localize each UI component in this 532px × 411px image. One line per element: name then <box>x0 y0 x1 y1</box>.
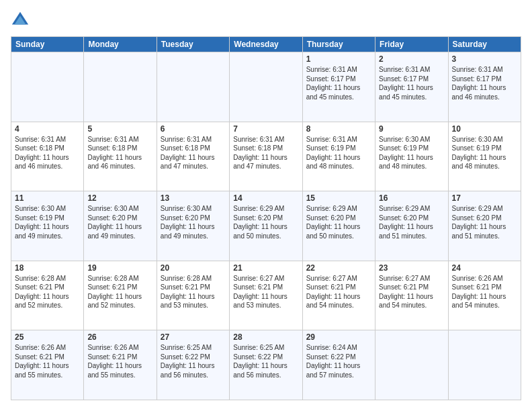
day-info: Sunrise: 6:27 AM Sunset: 6:21 PM Dayligh… <box>379 274 444 310</box>
calendar-cell <box>84 52 157 122</box>
day-info: Sunrise: 6:30 AM Sunset: 6:19 PM Dayligh… <box>15 204 80 240</box>
day-number: 12 <box>87 193 152 203</box>
weekday-header-wednesday: Wednesday <box>230 37 302 52</box>
calendar-cell: 25Sunrise: 6:26 AM Sunset: 6:21 PM Dayli… <box>11 330 84 400</box>
day-number: 6 <box>161 124 226 134</box>
calendar-cell <box>375 330 448 400</box>
week-row-4: 25Sunrise: 6:26 AM Sunset: 6:21 PM Dayli… <box>11 330 521 400</box>
day-info: Sunrise: 6:30 AM Sunset: 6:19 PM Dayligh… <box>379 135 444 171</box>
day-info: Sunrise: 6:29 AM Sunset: 6:20 PM Dayligh… <box>452 204 517 240</box>
calendar-cell: 15Sunrise: 6:29 AM Sunset: 6:20 PM Dayli… <box>302 191 375 261</box>
calendar-cell: 9Sunrise: 6:30 AM Sunset: 6:19 PM Daylig… <box>375 122 448 191</box>
calendar-cell <box>157 52 229 122</box>
day-number: 29 <box>306 332 371 342</box>
day-number: 17 <box>452 193 517 203</box>
calendar-cell: 3Sunrise: 6:31 AM Sunset: 6:17 PM Daylig… <box>448 52 521 122</box>
calendar-cell: 20Sunrise: 6:28 AM Sunset: 6:21 PM Dayli… <box>157 261 229 330</box>
weekday-header-sunday: Sunday <box>11 37 84 52</box>
day-number: 1 <box>306 54 371 64</box>
calendar-cell: 24Sunrise: 6:26 AM Sunset: 6:21 PM Dayli… <box>448 261 521 330</box>
calendar-cell: 18Sunrise: 6:28 AM Sunset: 6:21 PM Dayli… <box>11 261 84 330</box>
weekday-header-tuesday: Tuesday <box>157 37 229 52</box>
day-number: 9 <box>379 124 444 134</box>
weekday-header-row: SundayMondayTuesdayWednesdayThursdayFrid… <box>11 37 521 52</box>
calendar-cell: 17Sunrise: 6:29 AM Sunset: 6:20 PM Dayli… <box>448 191 521 261</box>
day-info: Sunrise: 6:31 AM Sunset: 6:17 PM Dayligh… <box>452 65 517 101</box>
day-number: 22 <box>306 263 371 273</box>
calendar-cell: 27Sunrise: 6:25 AM Sunset: 6:22 PM Dayli… <box>157 330 229 400</box>
day-number: 15 <box>306 193 371 203</box>
calendar-cell: 21Sunrise: 6:27 AM Sunset: 6:21 PM Dayli… <box>230 261 302 330</box>
day-number: 27 <box>161 332 226 342</box>
day-number: 4 <box>15 124 80 134</box>
calendar-cell: 7Sunrise: 6:31 AM Sunset: 6:18 PM Daylig… <box>230 122 302 191</box>
day-info: Sunrise: 6:28 AM Sunset: 6:21 PM Dayligh… <box>15 274 80 310</box>
day-number: 13 <box>161 193 226 203</box>
day-info: Sunrise: 6:29 AM Sunset: 6:20 PM Dayligh… <box>233 204 298 240</box>
day-info: Sunrise: 6:29 AM Sunset: 6:20 PM Dayligh… <box>306 204 371 240</box>
calendar-cell: 23Sunrise: 6:27 AM Sunset: 6:21 PM Dayli… <box>375 261 448 330</box>
day-info: Sunrise: 6:31 AM Sunset: 6:18 PM Dayligh… <box>87 135 152 171</box>
day-number: 23 <box>379 263 444 273</box>
calendar-cell: 10Sunrise: 6:30 AM Sunset: 6:19 PM Dayli… <box>448 122 521 191</box>
day-number: 7 <box>233 124 298 134</box>
logo <box>11 11 32 30</box>
day-number: 14 <box>233 193 298 203</box>
day-number: 10 <box>452 124 517 134</box>
calendar-cell: 11Sunrise: 6:30 AM Sunset: 6:19 PM Dayli… <box>11 191 84 261</box>
day-info: Sunrise: 6:28 AM Sunset: 6:21 PM Dayligh… <box>161 274 226 310</box>
day-number: 21 <box>233 263 298 273</box>
day-info: Sunrise: 6:26 AM Sunset: 6:21 PM Dayligh… <box>87 343 152 379</box>
week-row-3: 18Sunrise: 6:28 AM Sunset: 6:21 PM Dayli… <box>11 261 521 330</box>
calendar-table: SundayMondayTuesdayWednesdayThursdayFrid… <box>11 36 521 400</box>
day-number: 16 <box>379 193 444 203</box>
calendar-cell: 5Sunrise: 6:31 AM Sunset: 6:18 PM Daylig… <box>84 122 157 191</box>
day-number: 20 <box>161 263 226 273</box>
day-number: 19 <box>87 263 152 273</box>
calendar-page: SundayMondayTuesdayWednesdayThursdayFrid… <box>0 0 532 411</box>
calendar-cell: 16Sunrise: 6:29 AM Sunset: 6:20 PM Dayli… <box>375 191 448 261</box>
week-row-0: 1Sunrise: 6:31 AM Sunset: 6:17 PM Daylig… <box>11 52 521 122</box>
calendar-cell: 8Sunrise: 6:31 AM Sunset: 6:19 PM Daylig… <box>302 122 375 191</box>
calendar-cell: 14Sunrise: 6:29 AM Sunset: 6:20 PM Dayli… <box>230 191 302 261</box>
calendar-cell <box>11 52 84 122</box>
day-number: 8 <box>306 124 371 134</box>
weekday-header-saturday: Saturday <box>448 37 521 52</box>
day-info: Sunrise: 6:27 AM Sunset: 6:21 PM Dayligh… <box>306 274 371 310</box>
day-info: Sunrise: 6:25 AM Sunset: 6:22 PM Dayligh… <box>161 343 226 379</box>
header <box>11 11 521 30</box>
day-info: Sunrise: 6:31 AM Sunset: 6:19 PM Dayligh… <box>306 135 371 171</box>
day-number: 28 <box>233 332 298 342</box>
day-number: 18 <box>15 263 80 273</box>
day-info: Sunrise: 6:30 AM Sunset: 6:20 PM Dayligh… <box>161 204 226 240</box>
day-info: Sunrise: 6:31 AM Sunset: 6:17 PM Dayligh… <box>379 65 444 101</box>
day-number: 3 <box>452 54 517 64</box>
day-info: Sunrise: 6:31 AM Sunset: 6:18 PM Dayligh… <box>15 135 80 171</box>
week-row-2: 11Sunrise: 6:30 AM Sunset: 6:19 PM Dayli… <box>11 191 521 261</box>
calendar-cell: 4Sunrise: 6:31 AM Sunset: 6:18 PM Daylig… <box>11 122 84 191</box>
day-number: 5 <box>87 124 152 134</box>
weekday-header-thursday: Thursday <box>302 37 375 52</box>
calendar-cell: 22Sunrise: 6:27 AM Sunset: 6:21 PM Dayli… <box>302 261 375 330</box>
day-info: Sunrise: 6:25 AM Sunset: 6:22 PM Dayligh… <box>233 343 298 379</box>
day-number: 11 <box>15 193 80 203</box>
calendar-cell <box>230 52 302 122</box>
day-number: 2 <box>379 54 444 64</box>
day-info: Sunrise: 6:31 AM Sunset: 6:18 PM Dayligh… <box>161 135 226 171</box>
calendar-cell: 2Sunrise: 6:31 AM Sunset: 6:17 PM Daylig… <box>375 52 448 122</box>
day-number: 26 <box>87 332 152 342</box>
day-info: Sunrise: 6:29 AM Sunset: 6:20 PM Dayligh… <box>379 204 444 240</box>
calendar-cell: 26Sunrise: 6:26 AM Sunset: 6:21 PM Dayli… <box>84 330 157 400</box>
day-info: Sunrise: 6:28 AM Sunset: 6:21 PM Dayligh… <box>87 274 152 310</box>
calendar-cell: 6Sunrise: 6:31 AM Sunset: 6:18 PM Daylig… <box>157 122 229 191</box>
day-info: Sunrise: 6:31 AM Sunset: 6:17 PM Dayligh… <box>306 65 371 101</box>
calendar-cell: 28Sunrise: 6:25 AM Sunset: 6:22 PM Dayli… <box>230 330 302 400</box>
calendar-cell: 1Sunrise: 6:31 AM Sunset: 6:17 PM Daylig… <box>302 52 375 122</box>
calendar-cell: 19Sunrise: 6:28 AM Sunset: 6:21 PM Dayli… <box>84 261 157 330</box>
day-info: Sunrise: 6:30 AM Sunset: 6:19 PM Dayligh… <box>452 135 517 171</box>
day-info: Sunrise: 6:31 AM Sunset: 6:18 PM Dayligh… <box>233 135 298 171</box>
calendar-cell: 12Sunrise: 6:30 AM Sunset: 6:20 PM Dayli… <box>84 191 157 261</box>
day-info: Sunrise: 6:26 AM Sunset: 6:21 PM Dayligh… <box>15 343 80 379</box>
weekday-header-monday: Monday <box>84 37 157 52</box>
weekday-header-friday: Friday <box>375 37 448 52</box>
